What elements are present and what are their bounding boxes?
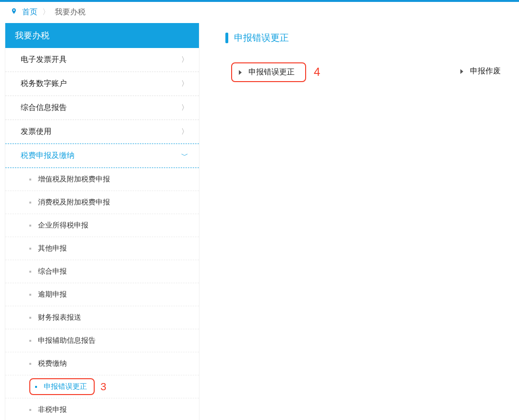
sidebar-sub-financial[interactable]: 财务报表报送 bbox=[5, 306, 199, 329]
sidebar-sub-label: 申报辅助信息报告 bbox=[38, 336, 96, 345]
sidebar-item-label: 综合信息报告 bbox=[21, 103, 67, 113]
sidebar-item-label: 税费申报及缴纳 bbox=[21, 151, 74, 161]
sidebar: 我要办税 电子发票开具 〉 税务数字账户 〉 综合信息报告 〉 发票使用 〉 税… bbox=[5, 23, 199, 420]
highlight-annotation: 申报错误更正 bbox=[29, 378, 95, 395]
sidebar-item-label: 税务数字账户 bbox=[21, 79, 67, 89]
chevron-down-icon: ﹀ bbox=[181, 151, 188, 160]
sidebar-item-label: 电子发票开具 bbox=[21, 55, 67, 65]
bullet-icon bbox=[29, 363, 31, 365]
sidebar-item-tax-declare[interactable]: 税费申报及缴纳 ﹀ bbox=[5, 144, 199, 168]
card-void[interactable]: 申报作废 bbox=[452, 62, 509, 80]
triangle-right-icon bbox=[239, 70, 242, 75]
bullet-icon bbox=[35, 386, 37, 388]
bullet-icon bbox=[29, 409, 31, 411]
sidebar-sub-label: 其他申报 bbox=[38, 244, 67, 253]
breadcrumb-sep: 〉 bbox=[42, 7, 50, 17]
sidebar-item-einvoice[interactable]: 电子发票开具 〉 bbox=[5, 48, 199, 72]
card-label: 申报错误更正 bbox=[248, 67, 295, 77]
sidebar-header: 我要办税 bbox=[5, 23, 199, 48]
sidebar-sub-aux-report[interactable]: 申报辅助信息报告 bbox=[5, 329, 199, 352]
sidebar-sub-corp-income[interactable]: 企业所得税申报 bbox=[5, 214, 199, 237]
sidebar-sub-label: 申报错误更正 bbox=[44, 382, 87, 391]
bullet-icon bbox=[29, 271, 31, 273]
sidebar-sub-label: 税费缴纳 bbox=[38, 359, 67, 368]
sidebar-sub-label: 消费税及附加税费申报 bbox=[38, 198, 110, 207]
chevron-right-icon: 〉 bbox=[181, 55, 188, 64]
sidebar-sub-consumption[interactable]: 消费税及附加税费申报 bbox=[5, 191, 199, 214]
sidebar-sub-comprehensive[interactable]: 综合申报 bbox=[5, 260, 199, 283]
section-title: 申报错误更正 bbox=[225, 32, 509, 44]
sidebar-item-label: 发票使用 bbox=[21, 127, 51, 137]
breadcrumb-current: 我要办税 bbox=[55, 7, 86, 17]
section-title-text: 申报错误更正 bbox=[234, 32, 289, 44]
sidebar-item-info-report[interactable]: 综合信息报告 〉 bbox=[5, 96, 199, 120]
sidebar-sub-other[interactable]: 其他申报 bbox=[5, 237, 199, 260]
annotation-number: 3 bbox=[100, 381, 106, 393]
bullet-icon bbox=[29, 248, 31, 250]
sidebar-sub-label: 增值税及附加税费申报 bbox=[38, 175, 110, 184]
sidebar-sub-label: 综合申报 bbox=[38, 267, 67, 276]
chevron-right-icon: 〉 bbox=[181, 127, 188, 136]
sidebar-sub-label: 财务报表报送 bbox=[38, 313, 81, 322]
bullet-icon bbox=[29, 340, 31, 342]
chevron-right-icon: 〉 bbox=[181, 103, 188, 112]
sidebar-item-invoice-use[interactable]: 发票使用 〉 bbox=[5, 120, 199, 144]
sidebar-sub-label: 非税申报 bbox=[38, 405, 67, 414]
location-icon bbox=[11, 7, 17, 17]
sidebar-sub-label: 逾期申报 bbox=[38, 290, 67, 299]
title-accent-bar bbox=[225, 33, 228, 43]
bullet-icon bbox=[29, 179, 31, 180]
bullet-icon bbox=[29, 225, 31, 227]
main-content: 申报错误更正 申报错误更正 4 申报作废 bbox=[199, 23, 514, 82]
breadcrumb: 首页 〉 我要办税 bbox=[0, 2, 519, 23]
sidebar-sub-overdue[interactable]: 逾期申报 bbox=[5, 283, 199, 306]
bullet-icon bbox=[29, 294, 31, 296]
sidebar-sub-correction[interactable]: 申报错误更正 3 bbox=[5, 375, 199, 398]
breadcrumb-home[interactable]: 首页 bbox=[22, 7, 37, 17]
sidebar-sub-vat[interactable]: 增值税及附加税费申报 bbox=[5, 168, 199, 191]
chevron-right-icon: 〉 bbox=[181, 79, 188, 88]
sidebar-item-digital-account[interactable]: 税务数字账户 〉 bbox=[5, 72, 199, 96]
card-correction[interactable]: 申报错误更正 bbox=[231, 62, 306, 82]
sidebar-sub-nontax[interactable]: 非税申报 bbox=[5, 398, 199, 420]
annotation-number: 4 bbox=[314, 65, 320, 79]
card-label: 申报作废 bbox=[470, 66, 501, 76]
triangle-right-icon bbox=[460, 69, 463, 74]
bullet-icon bbox=[29, 202, 31, 204]
bullet-icon bbox=[29, 317, 31, 319]
sidebar-sub-payment[interactable]: 税费缴纳 bbox=[5, 352, 199, 375]
sidebar-sub-label: 企业所得税申报 bbox=[38, 221, 88, 230]
